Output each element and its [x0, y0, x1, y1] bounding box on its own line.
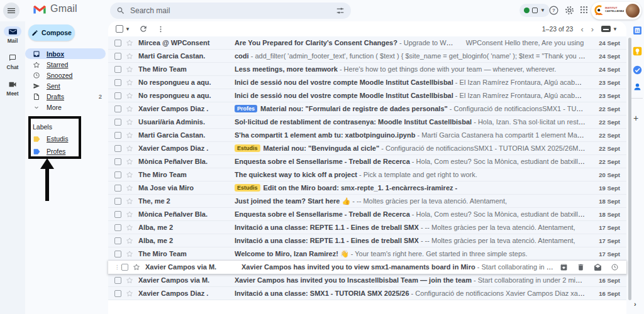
email-checkbox[interactable]: [121, 264, 128, 271]
star-icon[interactable]: [126, 52, 134, 60]
help-button[interactable]: ?: [548, 5, 559, 16]
star-icon[interactable]: [126, 290, 134, 297]
archive-icon[interactable]: [560, 263, 568, 271]
email-checkbox[interactable]: [114, 79, 121, 86]
email-row[interactable]: Xavier Campos via M.Xavier Campos has in…: [108, 274, 626, 287]
rail-item-chat[interactable]: Chat: [4, 53, 21, 70]
tasks-icon[interactable]: [632, 65, 643, 76]
rail-item-mail[interactable]: Mail: [4, 26, 21, 44]
email-row[interactable]: Xavier Campos Diaz .EstudisMaterial nou:…: [108, 142, 626, 155]
email-checkbox[interactable]: [114, 145, 121, 152]
search-options-icon[interactable]: [336, 6, 345, 15]
sidebar-label-estudis[interactable]: Estudis: [25, 133, 108, 145]
compose-button[interactable]: Compose: [28, 24, 75, 41]
email-row[interactable]: Marti Garcia Castan.S'ha compartit 1 ele…: [108, 129, 626, 142]
email-row[interactable]: Ma Jose via MiroEstudisEdit on the Miro …: [108, 181, 626, 195]
star-icon[interactable]: [126, 65, 134, 73]
email-row[interactable]: Alba, me 2Invitació a una classe: REPTE …: [108, 234, 626, 247]
email-checkbox[interactable]: [114, 171, 121, 178]
sidebar-item-more[interactable]: More: [25, 102, 106, 112]
email-row[interactable]: Xavier Campos Diaz .ProfesMaterial nou: …: [108, 102, 626, 116]
sidebar-item-starred[interactable]: Starred: [25, 59, 106, 70]
star-icon[interactable]: [126, 250, 134, 257]
delete-icon[interactable]: [577, 263, 585, 271]
star-icon[interactable]: [133, 263, 141, 271]
email-row[interactable]: Usuari/ària Adminis.Sol·licitud de resta…: [108, 116, 626, 129]
input-tools-button[interactable]: ▼: [601, 26, 618, 32]
main-menu-button[interactable]: [3, 3, 19, 19]
refresh-button[interactable]: [139, 24, 148, 33]
star-icon[interactable]: [126, 158, 134, 165]
star-icon[interactable]: [126, 276, 134, 284]
sidebar-item-snoozed[interactable]: Snoozed: [25, 70, 106, 80]
email-checkbox[interactable]: [114, 198, 121, 205]
contacts-icon[interactable]: [632, 82, 643, 93]
email-checkbox[interactable]: [114, 40, 121, 46]
star-icon[interactable]: [126, 197, 134, 205]
email-checkbox[interactable]: [114, 277, 121, 284]
account-pill[interactable]: INSTITUT CASTELLBISBAL: [591, 2, 641, 19]
email-checkbox[interactable]: [114, 106, 121, 112]
star-icon[interactable]: [126, 131, 134, 139]
email-row[interactable]: Alba, me 2Invitació a una classe: REPTE …: [108, 221, 626, 234]
email-row[interactable]: ⋮⋮Xavier Campos via M.Xavier Campos has …: [108, 261, 626, 274]
star-icon[interactable]: [126, 237, 134, 244]
search-input[interactable]: [130, 6, 331, 15]
get-add-ons-button[interactable]: +: [633, 113, 638, 123]
star-icon[interactable]: [126, 78, 134, 86]
email-checkbox[interactable]: [114, 158, 121, 165]
mark-as-read-icon[interactable]: [594, 263, 602, 271]
star-icon[interactable]: [126, 224, 134, 231]
drag-handle-icon[interactable]: ⋮⋮: [114, 264, 119, 270]
email-checkbox[interactable]: [114, 211, 121, 218]
sidebar-item-sent[interactable]: Sent: [25, 80, 106, 91]
settings-button[interactable]: [564, 5, 575, 16]
email-row[interactable]: The Miro TeamLess meetings, more teamwor…: [108, 63, 626, 76]
star-icon[interactable]: [126, 184, 134, 192]
email-row[interactable]: No respongueu a aqu.Inici de sessió nou …: [108, 89, 626, 102]
email-row[interactable]: The Miro TeamWelcome to Miro, Izan Ramir…: [108, 247, 626, 261]
star-icon[interactable]: [126, 144, 134, 152]
search-bar[interactable]: [110, 3, 351, 19]
snooze-icon[interactable]: [611, 263, 619, 271]
email-row[interactable]: The, me 2Just joined the team? Start her…: [108, 195, 626, 208]
keep-icon[interactable]: [632, 46, 643, 57]
email-checkbox[interactable]: [114, 92, 121, 99]
sidebar-item-label: Snoozed: [47, 72, 72, 79]
email-row[interactable]: Xavier Campos Diaz .Invitació a una clas…: [108, 287, 626, 300]
calendar-icon[interactable]: 31: [632, 25, 643, 36]
star-icon[interactable]: [126, 118, 134, 126]
select-all-checkbox[interactable]: ▼: [116, 25, 130, 33]
email-checkbox[interactable]: [114, 53, 121, 60]
newer-page-button[interactable]: ‹: [580, 25, 583, 33]
sidebar-label-profes[interactable]: Profes: [25, 145, 108, 158]
email-checkbox[interactable]: [114, 119, 121, 126]
email-checkbox[interactable]: [114, 66, 121, 73]
status-selector[interactable]: ▼: [519, 4, 550, 17]
email-checkbox[interactable]: [114, 185, 121, 192]
email-checkbox[interactable]: [114, 251, 121, 257]
email-row[interactable]: Mònica Peñalver Bla.Enquesta sobre el Se…: [108, 208, 626, 221]
email-row[interactable]: No respongueu a aqu.Inici de sessió nou …: [108, 76, 626, 89]
email-row[interactable]: Mircea @ WPConsentAre You Prepared for C…: [108, 36, 626, 50]
google-apps-button[interactable]: [579, 5, 589, 14]
star-icon[interactable]: [126, 105, 134, 112]
email-checkbox[interactable]: [114, 237, 121, 244]
star-icon[interactable]: [126, 92, 134, 99]
email-checkbox[interactable]: [114, 132, 121, 139]
star-icon[interactable]: [126, 171, 134, 178]
panel-collapse-button[interactable]: ›: [634, 300, 636, 308]
email-checkbox[interactable]: [114, 224, 121, 231]
star-icon[interactable]: [126, 39, 134, 46]
older-page-button[interactable]: ›: [591, 25, 594, 33]
email-row[interactable]: Mònica Peñalver Bla.Enquesta sobre el Se…: [108, 155, 626, 168]
email-row[interactable]: Marti Garcia Castan.codi - add_filter( '…: [108, 50, 626, 63]
sidebar-item-drafts[interactable]: Drafts2: [25, 91, 106, 102]
avatar[interactable]: [626, 4, 640, 18]
rail-item-meet[interactable]: Meet: [4, 79, 21, 97]
email-checkbox[interactable]: [114, 290, 121, 297]
star-icon[interactable]: [126, 210, 134, 218]
more-options-button[interactable]: [157, 25, 165, 33]
email-row[interactable]: The Miro TeamThe quickest way to kick of…: [108, 168, 626, 181]
sidebar-item-inbox[interactable]: Inbox: [25, 48, 106, 59]
